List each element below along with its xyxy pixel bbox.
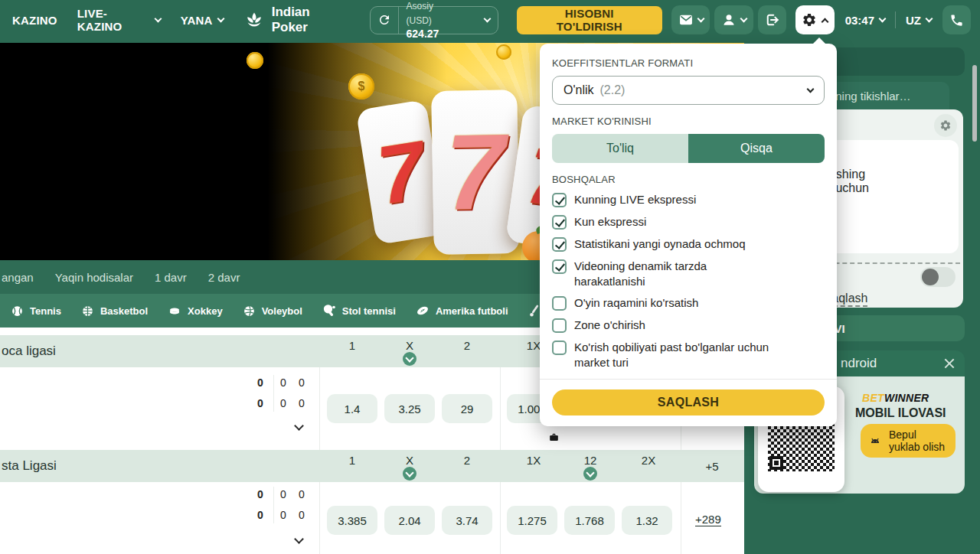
tab-yaqin-hodisalar[interactable]: Yaqin hodisalar	[55, 271, 133, 284]
more-markets-link[interactable]: +289	[695, 513, 721, 526]
tab-2-davr[interactable]: 2 davr	[208, 271, 240, 284]
deposit-button[interactable]: HISOBNI TO'LDIRISH	[517, 6, 662, 34]
checkbox-checked-icon[interactable]	[552, 215, 567, 230]
close-icon[interactable]	[943, 357, 956, 370]
market-view-short[interactable]: Qisqa	[688, 134, 825, 163]
coin-icon	[247, 52, 263, 69]
basketball-icon	[81, 305, 94, 318]
more-markets-count[interactable]: +5	[689, 460, 735, 473]
app-promo-header-label: ndroid	[841, 356, 877, 371]
betwinner-logo: BETWINNER	[862, 392, 929, 404]
divider	[540, 379, 837, 380]
expand-row-icon[interactable]	[294, 421, 304, 431]
time-selector[interactable]: 03:47	[845, 14, 885, 27]
checkbox-video-dynamic[interactable]: Videoning denamik tarzda harakatlanishi	[552, 259, 766, 288]
match-row[interactable]: 0 0 0 0 0 0 3.385 2.04 3.74 1.275 1.768 …	[0, 482, 744, 554]
odds-cell-1[interactable]: 1.4	[327, 394, 377, 423]
odds-column-header: 2	[452, 339, 482, 352]
sport-stol-tennisi[interactable]: Stol tennisi	[322, 304, 396, 318]
settings-panel: KOEFFITSIENTLAR FORMATI O'nlik (2.2) MAR…	[540, 44, 837, 426]
odds-cell-x[interactable]: 2.04	[384, 506, 435, 535]
odds-cell-2[interactable]: 29	[442, 394, 492, 423]
chevron-down-icon	[879, 15, 887, 22]
sport-voleybol[interactable]: Voleybol	[243, 305, 302, 318]
tab-1-davr[interactable]: 1 davr	[155, 271, 187, 284]
score-cell: 0	[295, 488, 309, 500]
sport-xokkey[interactable]: Xokkey	[168, 305, 223, 318]
refresh-icon[interactable]	[371, 7, 399, 34]
score-cell: 0	[253, 397, 267, 409]
checkbox-checked-icon[interactable]	[552, 259, 567, 274]
scrollbar[interactable]	[972, 65, 977, 142]
checkbox-unchecked-icon[interactable]	[552, 341, 567, 355]
column-dropdown-icon[interactable]	[403, 352, 416, 366]
coupon-settings-button[interactable]	[934, 114, 957, 137]
checkbox-live-express[interactable]: Kunning LIVE ekspressi	[552, 192, 825, 207]
chevron-down-icon	[926, 15, 933, 22]
divider	[319, 482, 320, 554]
tennis-icon	[11, 305, 24, 318]
sport-basketbol[interactable]: Basketbol	[81, 305, 148, 318]
logout-button[interactable]	[758, 5, 786, 34]
checkbox-show-game-number[interactable]: O'yin raqamini ko'rsatish	[552, 295, 825, 311]
checkbox-low-vision-market[interactable]: Ko'rish qobiliyati past bo'lganlar uchun…	[552, 340, 782, 370]
coin-icon: $	[348, 73, 374, 99]
gear-icon	[802, 12, 817, 28]
person-icon	[721, 12, 737, 28]
checkbox-stats-new-window[interactable]: Statistikani yangi oynada ochmoq	[552, 236, 825, 252]
save-settings-button[interactable]: SAQLASH	[552, 389, 825, 416]
tab-saralangan[interactable]: angan	[2, 271, 34, 284]
coin-icon	[496, 44, 511, 60]
nav-yana[interactable]: YANA	[181, 14, 224, 27]
balance-selector[interactable]: Asosiy (USD) 624.27	[370, 6, 498, 34]
score-cell: 0	[253, 509, 267, 521]
others-label: BOSHQALAR	[552, 174, 825, 185]
divider	[273, 487, 274, 523]
volleyball-icon	[243, 305, 256, 318]
coef-format-select[interactable]: O'nlik (2.2)	[552, 76, 825, 105]
odds-cell-1[interactable]: 3.385	[327, 506, 377, 535]
market-view-label: MARKET KO'RINISHI	[552, 116, 825, 127]
sport-amerika-futboli[interactable]: Amerika futboli	[416, 304, 508, 318]
checkbox-unchecked-icon[interactable]	[552, 318, 567, 333]
phone-button[interactable]	[942, 5, 971, 34]
odds-cell-2x[interactable]: 1.32	[622, 506, 672, 535]
language-selector[interactable]: UZ	[906, 14, 932, 27]
odds-cell-12[interactable]: 1.768	[564, 506, 615, 535]
settings-button[interactable]	[795, 5, 835, 34]
messages-button[interactable]	[671, 5, 710, 34]
odds-cell-1x[interactable]: 1.275	[507, 506, 557, 535]
checkbox-checked-icon[interactable]	[552, 237, 567, 252]
coupon-toggle[interactable]	[920, 267, 956, 287]
divider	[273, 375, 274, 412]
odds-cell-x[interactable]: 3.25	[384, 394, 435, 423]
league-header[interactable]: sta Ligasi 1 X 2 1X 12 2X +5	[0, 450, 744, 482]
checkbox-day-express[interactable]: Kun ekspressi	[552, 214, 825, 230]
league-name: oca ligasi	[2, 335, 56, 367]
column-dropdown-icon[interactable]	[583, 467, 597, 481]
chevron-down-icon	[697, 15, 704, 22]
chevron-down-icon	[217, 15, 224, 22]
checkbox-zone-off[interactable]: Zone o'chirish	[552, 318, 825, 333]
profile-button[interactable]	[714, 5, 753, 34]
chevron-up-icon	[822, 18, 829, 25]
checkbox-unchecked-icon[interactable]	[552, 296, 567, 311]
nav-kazino[interactable]: KAZINO	[12, 14, 57, 27]
divider	[500, 367, 501, 450]
odds-cell-2[interactable]: 3.74	[442, 506, 492, 535]
nav-live-kazino[interactable]: LIVE-KAZINO	[77, 7, 161, 33]
checkbox-checked-icon[interactable]	[552, 193, 567, 207]
odds-column-header: 2X	[633, 454, 664, 467]
brand-indian-poker[interactable]: Indian Poker	[243, 5, 347, 35]
odds-column-header: 12	[575, 454, 606, 467]
download-app-button[interactable]: Bepul yuklab olish	[861, 424, 956, 458]
market-view-full[interactable]: To'liq	[552, 134, 688, 163]
column-dropdown-icon[interactable]	[403, 467, 416, 481]
expand-row-icon[interactable]	[294, 534, 304, 544]
puck-icon	[168, 305, 181, 318]
betwinner-app: KAZINO LIVE-KAZINO YANA Indian Poker Aso…	[0, 0, 980, 554]
odds-column-header: 2	[452, 454, 482, 467]
score-cell: 0	[253, 376, 267, 389]
odds-column-header: X	[394, 454, 425, 467]
sport-tennis[interactable]: Tennis	[11, 305, 61, 318]
